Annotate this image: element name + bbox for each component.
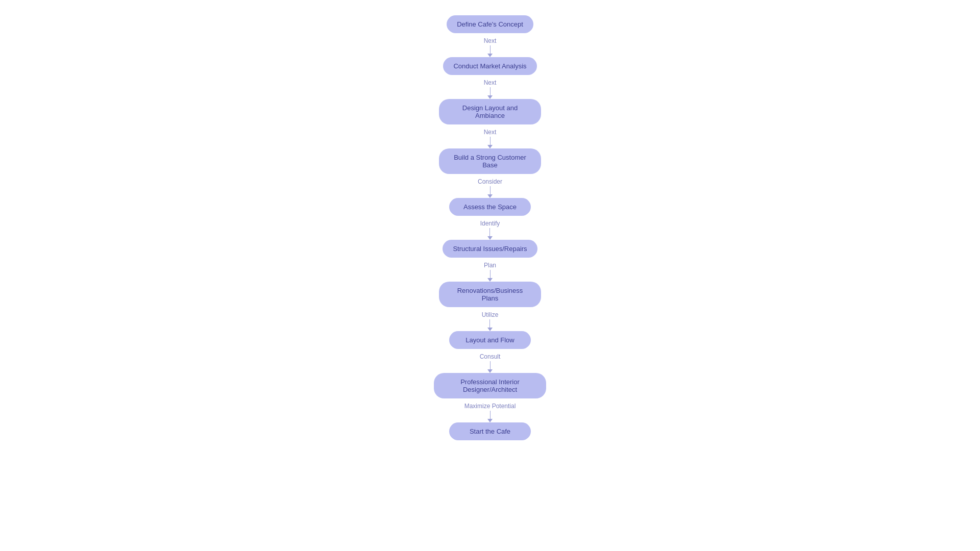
node-assess-the-space[interactable]: Assess the Space [449, 198, 531, 216]
connector-9: Maximize Potential [464, 398, 516, 422]
connector-5: Identify [480, 216, 500, 240]
arrow-line-4 [490, 186, 491, 194]
node-build-strong-customer-base[interactable]: Build a Strong Customer Base [439, 148, 541, 174]
arrow-head-6 [487, 278, 493, 282]
arrow-line-8 [490, 361, 491, 369]
arrow-line-3 [490, 137, 491, 145]
connector-3: Next [484, 124, 497, 148]
arrow-head-3 [487, 145, 493, 148]
connector-7: Utilize [482, 307, 499, 331]
arrow-head-9 [487, 419, 493, 422]
node-define-cafe-concept[interactable]: Define Cafe's Concept [447, 15, 533, 33]
node-start-the-cafe[interactable]: Start the Cafe [449, 422, 531, 440]
arrow-head-8 [487, 369, 493, 373]
arrow-head-5 [487, 236, 493, 240]
connector-1: Next [484, 33, 497, 57]
node-renovations-business-plans[interactable]: Renovations/Business Plans [439, 282, 541, 307]
connector-8: Consult [480, 349, 501, 373]
arrow-line-2 [490, 87, 491, 95]
arrow-head-7 [487, 328, 493, 331]
arrow-head-4 [487, 194, 493, 198]
node-conduct-market-analysis[interactable]: Conduct Market Analysis [443, 57, 536, 75]
node-design-layout-ambiance[interactable]: Design Layout and Ambiance [439, 99, 541, 124]
connector-6: Plan [484, 258, 496, 282]
arrow-line-7 [489, 319, 490, 328]
connector-2: Next [484, 75, 497, 99]
node-professional-interior-designer[interactable]: Professional Interior Designer/Architect [434, 373, 546, 398]
arrow-line-6 [490, 270, 491, 278]
node-structural-issues-repairs[interactable]: Structural Issues/Repairs [443, 240, 537, 258]
connector-4: Consider [478, 174, 502, 198]
node-layout-and-flow[interactable]: Layout and Flow [449, 331, 531, 349]
flowchart: Define Cafe's Concept Next Conduct Marke… [413, 15, 567, 440]
arrow-line-1 [490, 45, 491, 54]
arrow-line-5 [489, 228, 490, 236]
arrow-head-1 [487, 54, 493, 57]
arrow-line-9 [490, 411, 491, 419]
arrow-head-2 [487, 95, 493, 99]
